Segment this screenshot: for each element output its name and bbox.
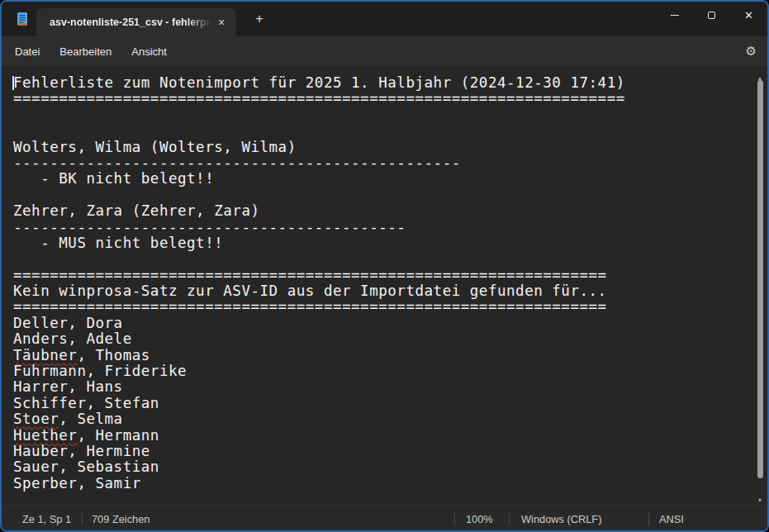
editor-line: - BK nicht belegt!! [13, 171, 746, 187]
editor-line: Huether, Hermann [13, 428, 746, 444]
misspelled-word: Stoer [13, 411, 59, 427]
editor-text: Anders, Adele [13, 330, 132, 347]
editor-line: Täubner, Thomas [13, 348, 746, 363]
tab-title: asv-notenliste-251_csv - fehlerprot [50, 17, 213, 28]
editor-line: Harrer, Hans [13, 379, 746, 395]
maximize-icon [708, 12, 715, 19]
zoom-level[interactable]: 100% [455, 513, 509, 525]
line-ending[interactable]: Windows (CRLF) [510, 513, 648, 525]
cursor-position: Ze 1, Sp 1 [2, 513, 82, 525]
editor-line [13, 188, 746, 203]
editor-text: , Thomas [77, 347, 150, 363]
titlebar[interactable]: asv-notenliste-251_csv - fehlerprot ✕ + … [2, 2, 767, 36]
editor-line: Wolters, Wilma (Wolters, Wilma) [13, 140, 746, 155]
menubar: Datei Bearbeiten Ansicht ⚙ [2, 36, 767, 66]
editor-text: Schiffer, Stefan [13, 395, 159, 411]
notepad-window: asv-notenliste-251_csv - fehlerprot ✕ + … [0, 0, 769, 532]
misspelled-word: Täubner [13, 347, 77, 363]
editor-line: Deller, Dora [13, 316, 746, 331]
minimize-button[interactable] [656, 2, 693, 29]
misspelled-word: Huether [13, 427, 77, 444]
close-icon: ✕ [744, 9, 753, 21]
editor-line: ========================================… [13, 299, 746, 315]
maximize-button[interactable] [693, 2, 730, 29]
editor-text: Hauber, Hermine [13, 443, 150, 459]
editor-text: - MUS nicht belegt!! [13, 235, 223, 251]
editor-text: ----------------------------------------… [13, 154, 461, 171]
editor-text: ========================================… [13, 90, 625, 107]
menu-ansicht[interactable]: Ansicht [121, 40, 177, 63]
minimize-icon [671, 15, 679, 16]
editor-line: - MUS nicht belegt!! [13, 235, 746, 251]
editor-line [13, 107, 746, 123]
editor-lines: Fehlerliste zum Notenimport für 2025 1. … [13, 75, 746, 492]
editor-line: Hauber, Hermine [13, 444, 746, 459]
settings-gear-icon[interactable]: ⚙ [746, 44, 757, 59]
editor-line: Kein winprosa-Satz zur ASV-ID aus der Im… [13, 283, 746, 299]
editor-line: Sauer, Sebastian [13, 459, 746, 475]
editor-text: , Hermann [77, 427, 159, 444]
new-tab-button[interactable]: + [249, 9, 270, 31]
text-caret [12, 76, 14, 90]
text-editor[interactable]: Fehlerliste zum Notenimport für 2025 1. … [2, 66, 767, 505]
editor-text: ----------------------------------------… [13, 219, 406, 235]
editor-line: Stoer, Selma [13, 411, 746, 427]
editor-text: Kein winprosa-Satz zur ASV-ID aus der Im… [13, 283, 607, 299]
window-controls: ✕ [656, 2, 767, 29]
encoding[interactable]: ANSI [649, 513, 767, 525]
editor-line: ========================================… [13, 91, 746, 107]
notepad-app-icon [15, 12, 30, 27]
editor-text: Wolters, Wilma (Wolters, Wilma) [13, 139, 297, 155]
editor-text: Zehrer, Zara (Zehrer, Zara) [13, 202, 260, 219]
editor-text: Fehlerliste zum Notenimport für 2025 1. … [13, 74, 625, 91]
editor-text: Harrer, Hans [13, 378, 123, 395]
editor-line: Sperber, Samir [13, 476, 746, 492]
menu-bearbeiten[interactable]: Bearbeiten [50, 40, 121, 63]
editor-line [13, 251, 746, 267]
scroll-down-icon[interactable]: ▼ [755, 493, 765, 505]
document-tab[interactable]: asv-notenliste-251_csv - fehlerprot ✕ [36, 8, 236, 36]
editor-line: ========================================… [13, 268, 746, 283]
editor-line: ----------------------------------------… [13, 155, 746, 171]
tab-close-icon[interactable]: ✕ [213, 14, 230, 31]
editor-line: Zehrer, Zara (Zehrer, Zara) [13, 203, 746, 219]
statusbar: Ze 1, Sp 1 709 Zeichen 100% Windows (CRL… [2, 505, 767, 532]
menu-datei[interactable]: Datei [5, 40, 50, 63]
editor-text: Fuhrmann, Friderike [13, 363, 187, 379]
editor-text: ========================================… [13, 267, 607, 283]
vertical-scrollbar-thumb[interactable] [757, 80, 763, 478]
editor-text: Sauer, Sebastian [13, 458, 159, 475]
editor-text: - BK nicht belegt!! [13, 170, 214, 187]
editor-text: Sperber, Samir [13, 475, 141, 492]
editor-line [13, 123, 746, 139]
close-button[interactable]: ✕ [730, 2, 767, 29]
editor-line: ----------------------------------------… [13, 220, 746, 235]
char-count: 709 Zeichen [83, 513, 150, 525]
editor-text: , Selma [59, 411, 122, 427]
editor-line: Fuhrmann, Friderike [13, 363, 746, 379]
editor-line: Schiffer, Stefan [13, 396, 746, 411]
editor-text: Deller, Dora [13, 315, 123, 331]
editor-line: Fehlerliste zum Notenimport für 2025 1. … [13, 75, 746, 91]
editor-line: Anders, Adele [13, 331, 746, 347]
editor-text: ========================================… [13, 298, 607, 315]
